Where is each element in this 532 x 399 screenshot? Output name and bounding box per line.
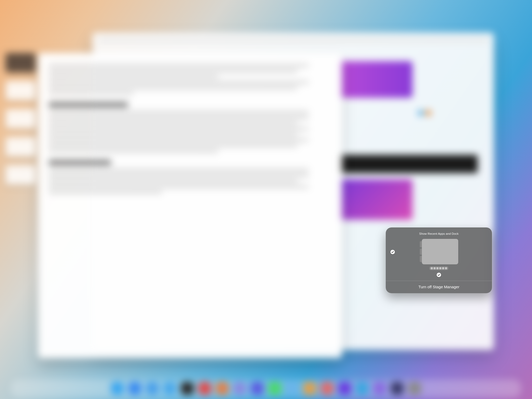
dock-app-app2[interactable] bbox=[373, 382, 386, 395]
dock-app-files[interactable] bbox=[146, 382, 159, 395]
dock bbox=[11, 379, 521, 397]
blurred-background bbox=[0, 0, 532, 399]
dock-app-freeform[interactable] bbox=[321, 382, 334, 395]
dock-app-icloud[interactable] bbox=[286, 382, 299, 395]
stage-manager-recent-strip bbox=[5, 53, 35, 185]
dock-app-mail[interactable] bbox=[129, 382, 141, 395]
preview-dock bbox=[429, 266, 448, 270]
bg-ad-banner bbox=[337, 61, 413, 98]
turn-off-stage-manager-button[interactable]: Turn off Stage Manager bbox=[389, 281, 489, 293]
dock-app-notes[interactable] bbox=[251, 382, 264, 395]
bg-toolbar bbox=[98, 37, 488, 44]
dock-app-safari[interactable] bbox=[111, 382, 124, 395]
dock-app-calendar[interactable] bbox=[163, 382, 176, 395]
dock-app-telegram[interactable] bbox=[356, 382, 369, 395]
dock-app-messages[interactable] bbox=[268, 382, 281, 395]
bg-thumbnail bbox=[337, 179, 413, 220]
bg-window-document bbox=[38, 53, 342, 358]
dock-app-settings[interactable] bbox=[408, 382, 421, 395]
bg-social-icons bbox=[418, 110, 431, 116]
popup-preview[interactable] bbox=[420, 239, 458, 277]
dock-app-clock[interactable] bbox=[181, 382, 194, 395]
dock-app-reminders[interactable] bbox=[216, 382, 229, 395]
dock-app-podcasts[interactable] bbox=[338, 382, 351, 395]
dock-app-music[interactable] bbox=[198, 382, 211, 395]
bg-video-bar bbox=[337, 155, 478, 173]
recent-apps-toggle-check[interactable] bbox=[390, 250, 395, 254]
dock-app-photos[interactable] bbox=[303, 382, 316, 395]
dock-app-app3[interactable] bbox=[391, 382, 403, 395]
stage-manager-popup: Show Recent Apps and Dock Turn off Stage… bbox=[386, 227, 492, 293]
popup-preview-row bbox=[389, 239, 489, 277]
dock-toggle-check[interactable] bbox=[437, 273, 441, 277]
preview-main-window bbox=[422, 239, 458, 264]
popup-title: Show Recent Apps and Dock bbox=[419, 232, 458, 235]
dock-app-contacts[interactable] bbox=[234, 382, 246, 395]
